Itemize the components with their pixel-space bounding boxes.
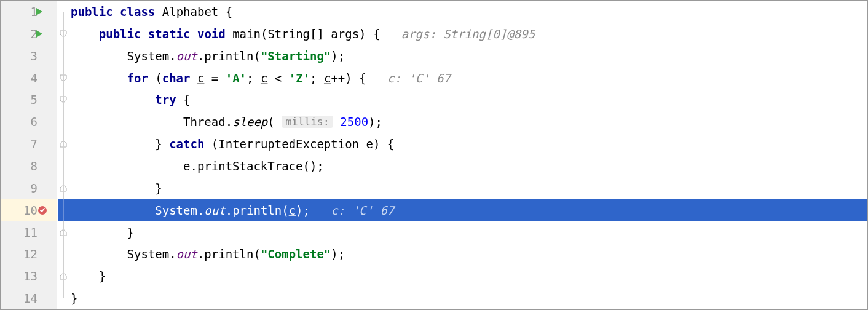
breakpoint-icon[interactable] — [37, 205, 47, 215]
code-line[interactable]: public static void main(String[] args) {… — [68, 23, 867, 45]
params: (InterruptedException e) { — [204, 137, 394, 151]
code-text: ; — [310, 71, 324, 85]
gutter-row[interactable]: 14 — [1, 287, 57, 309]
code-line[interactable]: } catch (InterruptedException e) { — [68, 133, 867, 155]
code-text: .println( — [197, 247, 261, 261]
svg-marker-1 — [36, 30, 42, 38]
inline-hint: args: String[0]@895 — [401, 27, 535, 41]
code-text: ++) { — [331, 71, 366, 85]
brace: } — [127, 226, 134, 239]
code-text: ); — [368, 115, 382, 129]
code-line[interactable]: Thread.sleep( millis: 2500); — [68, 111, 867, 133]
line-number: 12 — [23, 247, 37, 261]
keyword: catch — [169, 137, 204, 151]
brace: { — [176, 93, 191, 106]
run-icon[interactable] — [35, 7, 44, 16]
line-number: 8 — [31, 159, 37, 173]
fold-cell — [58, 199, 68, 221]
fold-cell — [58, 45, 68, 67]
line-number: 11 — [23, 226, 37, 239]
line-number: 7 — [31, 137, 37, 151]
gutter-row[interactable]: 5 — [1, 89, 57, 111]
code-text: .println( — [197, 49, 261, 63]
code-area[interactable]: public class Alphabet { public static vo… — [68, 1, 867, 309]
code-line[interactable]: System.out.println("Starting"); — [68, 45, 867, 67]
code-text: ( — [267, 115, 274, 129]
variable: c — [289, 204, 296, 217]
code-line[interactable]: } — [68, 177, 867, 199]
code-text: < — [267, 71, 288, 85]
brace: } — [71, 292, 77, 305]
code-text: e.printStackTrace(); — [183, 159, 324, 173]
code-text: System. — [155, 204, 204, 217]
line-number: 9 — [31, 181, 37, 195]
inline-hint: c: 'C' 67 — [387, 71, 451, 85]
line-number: 14 — [23, 292, 37, 305]
run-icon[interactable] — [35, 30, 44, 38]
fold-cell[interactable] — [58, 89, 68, 111]
keyword: try — [155, 93, 176, 106]
code-line[interactable]: e.printStackTrace(); — [68, 155, 867, 177]
fold-cell[interactable] — [58, 265, 68, 287]
code-line-execution-point[interactable]: System.out.println(c); c: 'C' 67 — [68, 199, 867, 221]
gutter-row[interactable]: 13 — [1, 265, 57, 287]
code-line[interactable]: for (char c = 'A'; c < 'Z'; c++) { c: 'C… — [68, 67, 867, 89]
code-line[interactable]: } — [68, 265, 867, 287]
variable: c — [261, 71, 267, 85]
code-text: System. — [127, 49, 176, 63]
gutter-row[interactable]: 2 — [1, 23, 57, 45]
gutter-row[interactable]: 7 — [1, 133, 57, 155]
gutter-row[interactable]: 4 — [1, 67, 57, 89]
fold-cell — [58, 155, 68, 177]
fold-cell[interactable] — [58, 221, 68, 244]
field: out — [204, 204, 225, 217]
gutter-row[interactable]: 10 — [1, 199, 57, 221]
fold-cell[interactable] — [58, 1, 68, 23]
line-number: 3 — [31, 49, 37, 63]
line-number: 13 — [23, 269, 37, 283]
fold-cell — [58, 111, 68, 133]
param-hint: millis: — [282, 116, 333, 128]
class-name: Alphabet — [162, 5, 219, 18]
char-literal: 'A' — [226, 71, 247, 85]
inline-hint: c: 'C' 67 — [331, 204, 394, 217]
string: "Starting" — [261, 49, 331, 63]
number: 2500 — [340, 115, 368, 129]
gutter-row[interactable]: 3 — [1, 45, 57, 67]
line-number: 10 — [23, 204, 37, 217]
keyword: class — [120, 5, 155, 18]
fold-column[interactable] — [57, 1, 68, 309]
field: out — [176, 247, 197, 261]
fold-cell[interactable] — [58, 67, 68, 89]
code-line[interactable]: } — [68, 287, 867, 309]
char-literal: 'Z' — [289, 71, 310, 85]
fold-cell[interactable] — [58, 23, 68, 45]
code-line[interactable]: System.out.println("Complete"); — [68, 243, 867, 265]
gutter-row[interactable]: 8 — [1, 155, 57, 177]
gutter-row[interactable]: 1 — [1, 1, 57, 23]
gutter-row[interactable]: 12 — [1, 243, 57, 265]
method-name: sleep — [232, 115, 267, 129]
fold-cell — [58, 243, 68, 265]
gutter-row[interactable]: 9 — [1, 177, 57, 199]
code-text: ; — [247, 71, 261, 85]
keyword: for — [127, 71, 148, 85]
gutter-row[interactable]: 6 — [1, 111, 57, 133]
brace: } — [155, 181, 162, 195]
code-text: Thread. — [183, 115, 232, 129]
code-line[interactable]: public class Alphabet { — [68, 1, 867, 23]
code-text: System. — [127, 247, 176, 261]
variable: c — [197, 71, 204, 85]
fold-cell[interactable] — [58, 177, 68, 199]
code-line[interactable]: } — [68, 221, 867, 244]
gutter[interactable]: 1 2 3 4 5 6 7 8 9 10 11 12 — [1, 1, 57, 309]
string: "Complete" — [261, 247, 331, 261]
keyword: static — [148, 27, 191, 41]
gutter-row[interactable]: 11 — [1, 221, 57, 244]
code-line[interactable]: try { — [68, 89, 867, 111]
fold-cell[interactable] — [58, 133, 68, 155]
code-text: ); — [296, 204, 310, 217]
field: out — [176, 49, 197, 63]
code-editor[interactable]: 1 2 3 4 5 6 7 8 9 10 11 12 — [1, 1, 867, 309]
code-text: .println( — [226, 204, 289, 217]
